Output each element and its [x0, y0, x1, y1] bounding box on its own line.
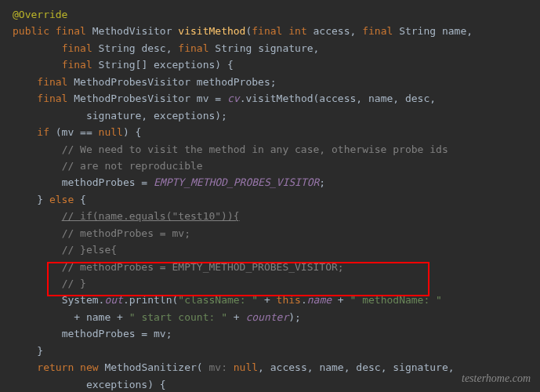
comment: // }	[62, 278, 86, 289]
comment: // methodProbes = mv;	[62, 227, 190, 239]
code-line: final String desc, final String signatur…	[13, 40, 527, 56]
code-line: // }	[13, 275, 527, 292]
code-line: // We need to visit the method in any ca…	[13, 141, 527, 158]
code-line: exceptions) {	[13, 376, 527, 392]
code-line: // if(name.equals("test10")){	[13, 208, 527, 224]
code-line: }	[13, 343, 527, 359]
code-line: // }else{	[13, 241, 527, 258]
code-line: final MethodProbesVisitor mv = cv.visitM…	[13, 90, 527, 107]
watermark: testerhome.com	[462, 369, 531, 387]
code-line: @Override	[13, 6, 527, 23]
string-literal: "className: "	[178, 294, 258, 306]
code-line: // methodProbes = mv;	[13, 225, 527, 241]
annotation: @Override	[13, 9, 67, 20]
code-line: if (mv == null) {	[13, 124, 527, 140]
code-line: + name + " start count: " + counter);	[13, 309, 527, 325]
code-line: methodProbes = EMPTY_METHOD_PROBES_VISIT…	[13, 174, 527, 191]
code-line: // methodProbes = EMPTY_METHOD_PROBES_VI…	[13, 259, 527, 275]
code-line: final MethodProbesVisitor methodProbes;	[13, 74, 527, 90]
code-line: // are not reproducible	[13, 158, 527, 174]
comment: // We need to visit the method in any ca…	[62, 143, 448, 155]
code-line: public final MethodVisitor visitMethod(f…	[13, 23, 527, 39]
code-line: final String[] exceptions) {	[13, 56, 527, 73]
comment: // are not reproducible	[62, 160, 203, 172]
parameter-hint: mv:	[203, 361, 234, 373]
comment: // if(name.equals("test10")){	[62, 210, 240, 222]
comment: // methodProbes = EMPTY_METHOD_PROBES_VI…	[62, 261, 344, 273]
comment: // }else{	[62, 244, 117, 256]
constant: EMPTY_METHOD_PROBES_VISITOR	[154, 176, 319, 188]
code-line: signature, exceptions);	[13, 107, 527, 124]
code-line: } else {	[13, 191, 527, 208]
code-editor[interactable]: @Override public final MethodVisitor vis…	[13, 6, 527, 392]
string-literal: " start count: "	[129, 311, 227, 323]
code-line: methodProbes = mv;	[13, 325, 527, 342]
string-literal: " methodName: "	[350, 294, 442, 306]
code-line: return new MethodSanitizer( mv: null, ac…	[13, 359, 527, 376]
code-line: System.out.println("className: " + this.…	[13, 292, 527, 308]
method-declaration: visitMethod	[178, 25, 245, 37]
